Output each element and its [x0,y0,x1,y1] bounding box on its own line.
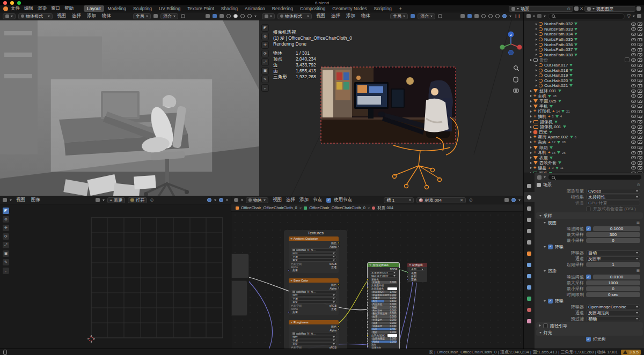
open-image-button[interactable]: 打开 [128,197,147,203]
overlay-toggle-icon[interactable] [511,198,516,202]
viewport-menu[interactable]: 物体 [360,13,372,19]
exclude-checkbox[interactable] [625,57,630,62]
viewport-menu[interactable]: 视图 [314,13,327,19]
workspace-tab-rendering[interactable]: Rendering [269,5,296,12]
preset-menu-icon[interactable]: ☰ [636,220,640,225]
properties-tab-object-data[interactable] [524,293,535,304]
annotate-tool[interactable]: ✎ [261,76,269,83]
input-slider[interactable]: 各向异性0.000 [371,309,397,312]
shading-solid-icon[interactable] [233,14,238,18]
disclosure-icon[interactable] [530,126,532,128]
material-output-node[interactable]: 材质输出全部表面体积置换 [407,263,427,282]
measure-tool[interactable]: ⌐ [2,267,10,275]
disclosure-icon[interactable] [530,121,532,123]
property-dropdown[interactable]: 反照与法向 [586,310,640,316]
principled-input-row[interactable]: 次表面IOR1.400 [368,290,399,293]
input-slider[interactable]: 次表面IOR1.400 [371,291,397,293]
node-menu[interactable]: 添加 [298,197,310,203]
disclosure-icon[interactable] [530,162,532,164]
property-checkbox[interactable]: ✓ [586,275,591,279]
mode-dropdown[interactable]: 物体模式 [18,13,53,19]
input-slider[interactable]: 糙度0.500 [371,306,397,309]
outliner-row[interactable]: 备份 [525,57,644,63]
pin-icon[interactable]: ⊙ [150,197,153,203]
panel-header-降噪[interactable]: ✓降噪 [536,298,643,304]
viewport-menu[interactable]: 选择 [70,13,83,19]
shading-rendered-icon[interactable] [247,14,252,18]
node-menu[interactable]: 视图 [271,197,283,203]
delete-scene-icon[interactable]: ✕ [580,6,583,11]
image-texture-node[interactable]: Roughness颜色AlphaupbMap_N_hi…线性平展重复色彩空间sR… [289,320,339,349]
properties-tab-texture[interactable] [524,316,535,326]
cursor-tool[interactable]: ⊕ [261,33,269,40]
outliner-options-icon[interactable] [637,14,641,18]
shading-material-preview-icon[interactable] [240,14,245,18]
properties-tab-scene[interactable] [524,226,535,236]
render-visibility-icon[interactable] [638,53,642,56]
visibility-icon[interactable] [631,64,636,67]
visibility-icon[interactable] [631,74,636,77]
pin-icon[interactable]: ⊙ [567,6,570,11]
visibility-icon[interactable] [631,53,636,56]
render-visibility-icon[interactable] [638,140,642,144]
outliner-row[interactable]: NurbsPath.033 [525,27,644,32]
properties-tab-tool[interactable] [524,181,535,191]
viewport-3d-center[interactable]: Z 物体模式视图选择添加物体全局混合❙❙ ◤⊕✛⟳⤢▣✎⌐ 摄像机透视 (1) … [259,12,523,196]
disclosure-icon[interactable] [530,131,532,133]
workspace-tab-uv-editing[interactable]: UV Editing [156,5,184,12]
unlink-icon[interactable]: ✕ [460,198,464,203]
panel-checkbox[interactable]: ✓ [548,299,553,304]
topbar-menu[interactable]: 编辑 [23,5,35,12]
render-visibility-icon[interactable] [638,48,642,51]
disclosure-icon[interactable] [536,43,537,46]
render-visibility-icon[interactable] [638,151,642,154]
visibility-icon[interactable] [631,151,636,154]
overlays-icon[interactable] [474,14,479,18]
filter-icon[interactable]: ▽ [627,13,631,19]
node-pair-row[interactable]: 色彩空间sRGB [289,345,339,349]
move-tool[interactable]: ✛ [261,41,269,49]
visibility-icon[interactable] [631,105,636,108]
disclosure-icon[interactable] [530,110,532,113]
image-selector[interactable]: upbMap_N_hi… [291,290,336,293]
topbar-menu[interactable]: 帮助 [63,5,75,12]
disclosure-icon[interactable] [536,64,537,66]
proportional-edit-icon[interactable] [438,14,442,18]
render-visibility-icon[interactable] [638,136,642,139]
topbar-menu[interactable]: 窗口 [49,5,62,12]
visibility-icon[interactable] [631,136,636,139]
scale-tool[interactable]: ⤢ [2,241,10,249]
properties-tab-render[interactable] [524,192,535,202]
image-texture-node[interactable]: Base Color颜色AlphaupbMap_N_hi…线性平展重复色彩空间s… [289,278,339,315]
disclosure-icon[interactable] [536,75,537,77]
property-slider[interactable]: 0.0100 [593,275,640,280]
principled-bsdf-node[interactable]: 原理化BSDFBSDF多重散射GGX随机游走(固定半径)基础色次表面0.000次… [368,263,399,349]
property-dropdown[interactable]: 精确 [586,316,640,322]
properties-tab-particles[interactable] [524,271,535,281]
visibility-icon[interactable] [631,110,636,113]
input-slider[interactable]: 高光0.500 [371,300,397,302]
render-visibility-icon[interactable] [638,115,642,118]
display-mode-icon[interactable] [537,14,541,18]
disclosure-icon[interactable] [536,23,537,25]
render-visibility-icon[interactable] [638,74,642,77]
image-browse-icon[interactable] [96,198,100,202]
disclosure-icon[interactable] [530,167,532,169]
visibility-icon[interactable] [631,125,636,129]
node-header[interactable]: 材质输出 [407,263,427,267]
input-slider[interactable]: 金属度0.000 [371,297,397,299]
viewport-menu[interactable]: 添加 [85,13,98,19]
outliner-row[interactable]: Cur.Hair.018 [525,68,644,73]
property-dropdown[interactable]: Cycles [586,189,640,194]
panel-header-路径引导[interactable]: 路径引导 [536,322,643,329]
disclosure-icon[interactable] [536,33,537,35]
disclosure-icon[interactable] [530,95,532,97]
render-visibility-icon[interactable] [638,105,642,108]
menu-view[interactable]: 视图 [14,197,27,203]
properties-tab-modifiers[interactable] [524,260,535,270]
input-slider[interactable]: 次表面0.000 [371,281,397,284]
visibility-icon[interactable] [631,84,636,87]
render-visibility-icon[interactable] [638,43,642,46]
shading-rendered-icon[interactable] [502,14,507,18]
render-visibility-icon[interactable] [638,90,642,93]
